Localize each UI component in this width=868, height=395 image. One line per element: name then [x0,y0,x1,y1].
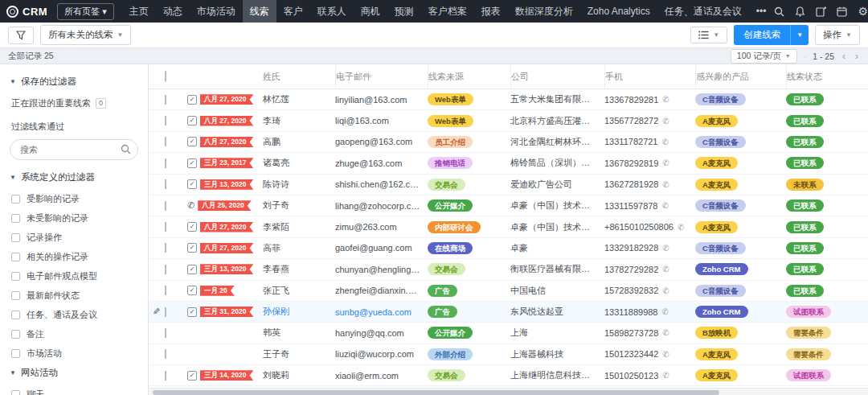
checkbox[interactable] [11,330,20,339]
checkbox[interactable] [11,390,20,395]
click-to-call-icon[interactable]: ✆ [662,95,669,104]
lastname-cell[interactable]: 李春燕 [263,263,335,275]
lastname-cell[interactable]: 孙保刚 [263,306,335,318]
lastname-cell[interactable]: 林忆莲 [263,93,335,105]
table-row[interactable]: ✓三月 23, 2017诸葛亮zhuge@163.com推销电话棉铃简品（深圳）… [149,153,868,174]
lastname-cell[interactable]: 刘晓莉 [263,369,335,381]
navbar-item-2[interactable]: 市场活动 [190,0,243,23]
navbar-item-6[interactable]: 商机 [354,0,387,23]
checkbox[interactable] [11,214,20,223]
task-checklist-icon[interactable]: ✓ [187,371,197,381]
navbar-item-0[interactable]: 主页 [122,0,156,23]
filter-search-input[interactable] [10,139,138,160]
row-checkbox[interactable] [165,158,166,168]
row-checkbox[interactable] [165,371,166,381]
horizontal-scrollbar-thumb[interactable] [153,390,719,395]
row-checkbox[interactable] [165,179,166,189]
lastname-cell[interactable]: 诸葛亮 [263,157,335,169]
lastname-cell[interactable]: 张正飞 [263,285,335,297]
task-checklist-icon[interactable]: ✓ [187,286,197,295]
click-to-call-icon[interactable]: ✆ [661,307,668,316]
email-cell[interactable]: zimu@263.com [335,222,428,232]
navbar-item-3[interactable]: 线索 [243,0,276,23]
email-cell[interactable]: sunbg@yueda.com [335,307,428,317]
row-checkbox[interactable] [165,243,166,253]
checkbox[interactable] [11,291,20,300]
zoho-crm-logo[interactable]: CRM [6,6,47,18]
row-checkbox[interactable] [165,137,166,146]
task-checklist-icon[interactable]: ✓ [187,116,197,125]
navbar-item-4[interactable]: 客户 [276,0,310,23]
website-activity-section-header[interactable]: ▼ 网站活动 [10,367,138,379]
email-cell[interactable]: gaofei@guang.com [335,243,428,253]
table-row[interactable]: ✓三月 13, 2020李春燕chunyan@hengling.com交易会衡联… [149,259,868,280]
task-checklist-icon[interactable]: ✓ [187,222,197,232]
table-row[interactable]: ✓八月 27, 2020林忆莲linyilian@163.comWeb表单五常大… [149,89,868,110]
lastname-cell[interactable]: 韩英 [263,327,335,339]
email-cell[interactable]: hanying@qq.com [335,328,428,338]
phone-call-icon[interactable]: ✆ [187,200,194,211]
table-row[interactable]: 王子奇liuziqi@wucorp.com外部介绍上海器械科技150123234… [149,344,868,365]
system-filter-7[interactable]: 备注 [10,328,138,340]
system-filter-4[interactable]: 电子邮件观点模型 [10,270,138,282]
row-checkbox[interactable] [165,265,166,274]
task-checklist-icon[interactable]: ✓ [187,95,197,105]
row-checkbox[interactable] [165,328,166,338]
table-row[interactable]: ✓八月 27, 2020高鹏gaopeng@163.com员工介绍河北金隅红树林… [149,132,868,153]
email-cell[interactable]: linyilian@163.com [335,95,428,105]
view-selector-dropdown[interactable]: 所有未关的线索 ▼ [40,25,131,45]
navbar-item-13[interactable]: ••• [749,0,774,23]
navbar-item-8[interactable]: 客户档案 [421,0,474,23]
click-to-call-icon[interactable]: ✆ [678,223,684,232]
row-checkbox[interactable] [165,95,166,105]
email-cell[interactable]: liqi@163.com [335,116,428,125]
row-checkbox[interactable] [165,116,166,125]
table-row[interactable]: ✓三月 13, 2020陈诗诗shishi.chen@162.com交易会爱迪欧… [149,175,868,195]
system-filters-section-header[interactable]: ▼ 系统定义的过滤器 [10,171,138,183]
table-row[interactable]: ✆八月 25, 2020刘子奇lihang@zohocorp.com公开媒介卓豪… [149,195,868,216]
email-cell[interactable]: zhuge@163.com [335,158,428,168]
lastname-cell[interactable]: 王子奇 [263,348,335,360]
checkbox[interactable] [11,253,20,261]
saved-filters-section-header[interactable]: ▼ 保存的过滤器 [10,76,138,88]
email-cell[interactable]: liuziqi@wucorp.com [335,349,428,359]
lastname-cell[interactable]: 高鹏 [263,136,335,148]
email-cell[interactable]: shishi.chen@162.com [335,179,428,189]
settings-gear-icon[interactable]: ⚙ [857,6,868,18]
navbar-item-10[interactable]: 数据深度分析 [508,0,580,23]
filter-button[interactable] [8,27,34,44]
calendar-icon[interactable] [836,6,848,18]
system-filter-3[interactable]: 相关的操作记录 [10,251,138,263]
email-cell[interactable]: lihang@zohocorp.com [335,201,428,211]
edit-pencil-icon[interactable]: ✎ [153,307,160,317]
next-page-button[interactable]: › [854,51,860,62]
navbar-item-7[interactable]: 预测 [387,0,421,23]
column-header-mobile[interactable]: 手机 [604,64,695,88]
page-size-dropdown[interactable]: 100 记录/页 ▼ [731,49,797,64]
click-to-call-icon[interactable]: ✆ [661,138,668,146]
lastname-cell[interactable]: 李琦 [263,115,335,127]
row-checkbox[interactable] [165,307,166,317]
all-tabs-dropdown[interactable]: 所有页签 ▾ [57,3,114,20]
navbar-item-11[interactable]: Zoho Analytics [580,0,657,23]
click-to-call-icon[interactable]: ✆ [662,328,669,337]
lastname-cell[interactable]: 李紫陌 [263,221,335,233]
task-checklist-icon[interactable]: ✓ [187,179,197,189]
actions-dropdown-button[interactable]: 操作 ▼ [815,25,860,45]
system-filter-1[interactable]: 未受影响的记录 [10,212,138,224]
lastname-cell[interactable]: 陈诗诗 [263,179,335,191]
task-checklist-icon[interactable]: ✓ [187,158,197,168]
checkbox[interactable] [11,233,20,242]
table-row[interactable]: ✓八月 27, 2020李紫陌zimu@263.com内部研讨会卓豪（中国）技术… [149,216,868,237]
task-checklist-icon[interactable]: ✓ [187,243,197,253]
create-lead-dropdown[interactable]: ▼ [790,25,809,45]
click-to-call-icon[interactable]: ✆ [662,265,669,274]
checkbox[interactable] [11,195,20,204]
column-header-company[interactable]: 公司 [510,64,604,88]
compose-note-icon[interactable] [815,6,827,18]
column-header-source[interactable]: 线索来源 [428,64,510,88]
table-row[interactable]: ✓八月 27, 2020李琦liqi@163.comWeb表单北京科方盛高压灌注… [149,110,868,131]
system-filter-8[interactable]: 市场活动 [10,348,138,360]
lastname-cell[interactable]: 刘子奇 [263,200,335,212]
email-cell[interactable]: xiaoli@erm.com [335,371,428,381]
